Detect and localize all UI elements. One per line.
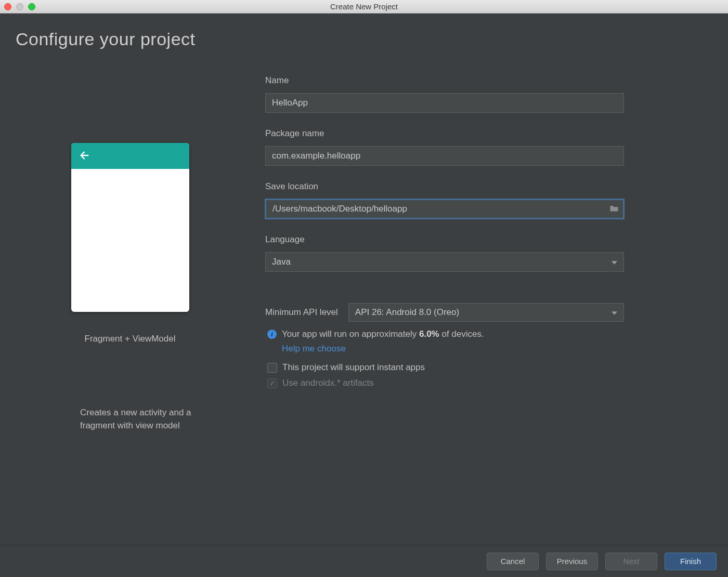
package-name-label: Package name	[265, 128, 624, 139]
cancel-button[interactable]: Cancel	[487, 553, 539, 570]
min-api-value: API 26: Android 8.0 (Oreo)	[355, 307, 459, 318]
min-api-label: Minimum API level	[265, 307, 338, 318]
form-column: Name Package name Save location	[265, 75, 624, 432]
preview-description: Creates a new activity and a fragment wi…	[16, 406, 208, 432]
api-info-row: i Your app will run on approximately 6.0…	[267, 329, 624, 339]
preview-caption: Fragment + ViewModel	[85, 334, 176, 344]
preview-appbar	[71, 143, 189, 169]
instant-apps-checkbox[interactable]	[267, 363, 277, 373]
template-preview	[71, 143, 189, 312]
api-info-text: Your app will run on approximately 6.0% …	[282, 329, 484, 339]
package-name-input[interactable]	[265, 146, 624, 166]
instant-apps-label: This project will support instant apps	[282, 362, 425, 373]
name-input[interactable]	[265, 93, 624, 113]
back-arrow-icon	[79, 150, 90, 163]
zoom-window-icon[interactable]	[28, 3, 35, 10]
chevron-down-icon	[612, 307, 617, 318]
info-icon: i	[267, 330, 277, 339]
close-window-icon[interactable]	[4, 3, 11, 10]
browse-folder-icon[interactable]	[609, 204, 619, 214]
min-api-select[interactable]: API 26: Android 8.0 (Oreo)	[348, 303, 624, 322]
language-value: Java	[272, 257, 291, 267]
window-title: Create New Project	[0, 2, 728, 11]
preview-column: Fragment + ViewModel Creates a new activ…	[16, 75, 244, 432]
save-location-input[interactable]	[265, 199, 624, 219]
help-me-choose-link[interactable]: Help me choose	[282, 344, 624, 354]
dialog-body: Configure your project Fragment + ViewMo…	[0, 14, 728, 545]
androidx-checkbox: ✓	[267, 378, 277, 388]
chevron-down-icon	[612, 257, 617, 267]
previous-button[interactable]: Previous	[546, 553, 598, 570]
next-button: Next	[605, 553, 657, 570]
language-select[interactable]: Java	[265, 252, 624, 272]
page-title: Configure your project	[16, 29, 712, 49]
save-location-label: Save location	[265, 181, 624, 192]
check-icon: ✓	[269, 379, 276, 387]
minimize-window-icon	[16, 3, 23, 10]
androidx-label: Use androidx.* artifacts	[282, 378, 374, 388]
name-label: Name	[265, 75, 624, 86]
language-label: Language	[265, 234, 624, 245]
dialog-footer: Cancel Previous Next Finish	[0, 545, 728, 577]
finish-button[interactable]: Finish	[665, 553, 717, 570]
window-titlebar: Create New Project	[0, 0, 728, 14]
window-controls	[4, 3, 35, 10]
